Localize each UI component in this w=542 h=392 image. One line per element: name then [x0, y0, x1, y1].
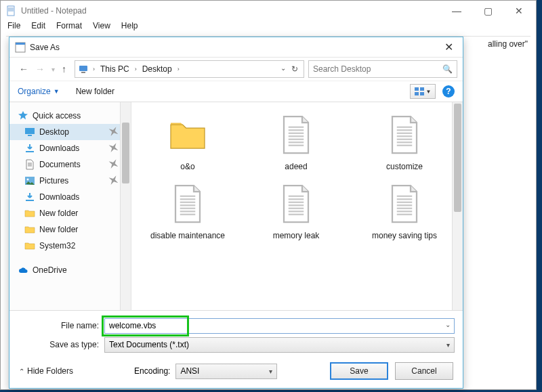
- notepad-titlebar: Untitled - Notepad — ▢ ✕: [1, 1, 536, 21]
- sidebar-scrollbar[interactable]: [120, 102, 131, 310]
- pin-icon: [106, 140, 121, 156]
- breadcrumb[interactable]: Desktop: [141, 64, 173, 74]
- dialog-footer: ⌃ Hide Folders Encoding: ANSI Save Cance…: [9, 357, 463, 388]
- file-scrollbar[interactable]: [452, 102, 463, 310]
- sidebar-item-label: Downloads: [39, 144, 79, 153]
- address-bar[interactable]: › This PC › Desktop › ⌄ ↻: [75, 60, 304, 78]
- filename-input[interactable]: [104, 318, 455, 334]
- svg-rect-11: [420, 92, 424, 95]
- nav-back-icon[interactable]: ←: [19, 64, 28, 74]
- nav-history-icon[interactable]: ▾: [51, 66, 55, 73]
- search-placeholder: Search Desktop: [313, 64, 371, 74]
- chevron-right-icon[interactable]: ›: [91, 66, 96, 72]
- sidebar-item-label: New folder: [39, 209, 78, 218]
- file-item[interactable]: memory leak: [245, 179, 347, 240]
- breadcrumb[interactable]: This PC: [99, 64, 131, 74]
- saveas-title: Save As: [30, 43, 438, 52]
- chevron-right-icon[interactable]: ›: [133, 66, 138, 72]
- svg-rect-14: [26, 151, 34, 152]
- file-pane[interactable]: o&o adeed customize disable maintenance …: [131, 102, 463, 310]
- file-item[interactable]: money saving tips: [354, 179, 455, 240]
- menu-file[interactable]: File: [7, 21, 20, 35]
- filename-label: File name:: [18, 321, 99, 330]
- search-input[interactable]: Search Desktop 🔍: [308, 60, 457, 78]
- organize-button[interactable]: Organize▼: [18, 87, 60, 96]
- svg-rect-12: [25, 128, 35, 134]
- sidebar: Quick accessDesktopDownloadsDocumentsPic…: [9, 102, 131, 310]
- file-label: money saving tips: [372, 231, 437, 240]
- menu-edit[interactable]: Edit: [31, 21, 45, 35]
- folder-icon: [163, 110, 212, 159]
- pc-icon: [78, 64, 89, 74]
- saveas-dialog: Save As ✕ ← → ▾ ↑ › This PC › Desktop › …: [9, 37, 463, 389]
- file-label: customize: [386, 162, 423, 171]
- menu-format[interactable]: Format: [56, 21, 82, 35]
- svg-point-19: [27, 179, 29, 181]
- hide-folders-button[interactable]: ⌃ Hide Folders: [19, 366, 73, 376]
- sidebar-item-system32[interactable]: System32: [9, 238, 131, 254]
- address-dropdown-icon[interactable]: ⌄: [280, 64, 286, 74]
- saveas-titlebar: Save As ✕: [9, 37, 463, 58]
- file-item[interactable]: customize: [354, 110, 455, 171]
- menu-help[interactable]: Help: [121, 21, 138, 35]
- view-options-button[interactable]: ▼: [410, 84, 436, 99]
- chevron-up-icon: ⌃: [19, 368, 24, 375]
- dialog-close-button[interactable]: ✕: [438, 41, 459, 53]
- sidebar-item-documents[interactable]: Documents: [9, 156, 131, 173]
- file-item[interactable]: adeed: [245, 110, 347, 171]
- filename-dropdown-icon[interactable]: ⌄: [445, 321, 451, 328]
- sidebar-item-quick-access[interactable]: Quick access: [9, 108, 131, 124]
- save-button[interactable]: Save: [330, 362, 388, 380]
- pin-icon: [106, 173, 121, 189]
- close-button[interactable]: ✕: [503, 1, 535, 21]
- svg-rect-13: [28, 135, 32, 136]
- svg-rect-10: [415, 92, 419, 95]
- toolbar: Organize▼ New folder ▼ ?: [9, 81, 463, 102]
- nav-up-icon[interactable]: ↑: [62, 64, 66, 74]
- sidebar-item-label: Desktop: [39, 127, 69, 137]
- notepad-title: Untitled - Notepad: [21, 6, 441, 16]
- cancel-button[interactable]: Cancel: [395, 362, 453, 380]
- svg-rect-8: [415, 87, 419, 91]
- refresh-icon[interactable]: ↻: [291, 64, 298, 74]
- minimize-button[interactable]: —: [441, 1, 472, 21]
- svg-rect-9: [420, 87, 424, 91]
- sidebar-item-label: OneDrive: [33, 265, 67, 275]
- menu-view[interactable]: View: [93, 21, 110, 35]
- sidebar-item-label: Quick access: [33, 111, 81, 121]
- file-item[interactable]: o&o: [137, 110, 238, 171]
- svg-rect-6: [79, 66, 87, 71]
- encoding-combo[interactable]: ANSI: [175, 364, 277, 379]
- sidebar-item-downloads[interactable]: Downloads: [9, 189, 131, 205]
- svg-rect-5: [16, 43, 25, 45]
- sidebar-item-pictures[interactable]: Pictures: [9, 173, 131, 189]
- text-file-icon: [380, 110, 429, 159]
- new-folder-button[interactable]: New folder: [76, 87, 114, 96]
- file-label: o&o: [180, 162, 194, 171]
- savetype-combo[interactable]: Text Documents (*.txt): [104, 337, 455, 353]
- file-item[interactable]: disable maintenance: [137, 179, 238, 240]
- pin-icon: [106, 156, 121, 173]
- text-file-icon: [163, 179, 212, 228]
- nav-bar: ← → ▾ ↑ › This PC › Desktop › ⌄ ↻ Search…: [9, 58, 463, 81]
- sidebar-item-onedrive[interactable]: OneDrive: [9, 262, 131, 278]
- sidebar-item-label: New folder: [39, 225, 78, 234]
- svg-rect-7: [81, 72, 85, 73]
- sidebar-item-label: Documents: [39, 160, 81, 169]
- sidebar-item-downloads[interactable]: Downloads: [9, 140, 131, 156]
- savetype-label: Save as type:: [18, 340, 99, 349]
- file-label: adeed: [285, 162, 307, 171]
- nav-forward-icon[interactable]: →: [35, 64, 45, 74]
- editor-text: alling over": [488, 39, 528, 49]
- text-file-icon: [272, 179, 320, 228]
- sidebar-item-new-folder[interactable]: New folder: [9, 205, 131, 221]
- sidebar-item-label: Pictures: [39, 176, 68, 186]
- svg-rect-20: [26, 200, 34, 201]
- sidebar-item-desktop[interactable]: Desktop: [9, 124, 131, 140]
- text-file-icon: [272, 110, 320, 159]
- help-button[interactable]: ?: [442, 85, 455, 97]
- encoding-label: Encoding:: [134, 366, 170, 376]
- chevron-right-icon[interactable]: ›: [176, 66, 181, 72]
- sidebar-item-new-folder[interactable]: New folder: [9, 221, 131, 238]
- maximize-button[interactable]: ▢: [472, 1, 503, 21]
